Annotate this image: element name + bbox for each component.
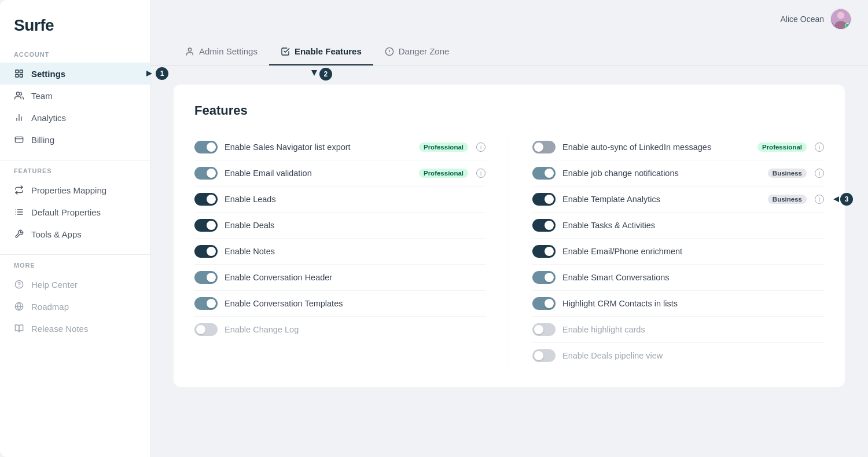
enable-features-icon	[281, 47, 290, 56]
toggle-highlight-crm[interactable]	[532, 297, 556, 310]
toggle-auto-sync[interactable]	[532, 141, 556, 153]
feature-label-notes: Enable Notes	[225, 247, 486, 256]
sidebar-item-analytics[interactable]: Analytics	[0, 107, 150, 129]
features-title: Features	[194, 103, 824, 118]
sidebar-item-label-settings: Settings	[31, 69, 65, 79]
feature-row-sales-navigator: Enable Sales Navigator list export Profe…	[194, 134, 486, 160]
info-icon-sales-navigator[interactable]: i	[476, 142, 486, 152]
app-logo: Surfe	[0, 16, 150, 51]
info-icon-job-change[interactable]: i	[815, 169, 824, 178]
tab-enable-features[interactable]: Enable Features 2	[269, 38, 373, 65]
tabs-bar: Admin Settings Enable Features 2	[150, 38, 868, 66]
features-grid: Enable Sales Navigator list export Profe…	[194, 134, 824, 368]
account-section: ACCOUNT Settings 1	[0, 51, 150, 151]
feature-label-change-log: Enable Change Log	[225, 325, 486, 334]
badge-professional-email-validation: Professional	[419, 169, 468, 178]
feature-label-job-change: Enable job change notifications	[562, 169, 759, 178]
toggle-job-change[interactable]	[532, 167, 556, 180]
sidebar-item-roadmap[interactable]: Roadmap	[0, 295, 150, 317]
svg-rect-1	[20, 70, 23, 73]
more-section: MORE Help Center Roadmap	[0, 262, 150, 339]
sidebar-item-billing[interactable]: Billing	[0, 129, 150, 151]
user-info[interactable]: Alice Ocean	[781, 8, 852, 30]
feature-label-leads: Enable Leads	[225, 195, 486, 204]
info-icon-email-validation[interactable]: i	[476, 169, 486, 178]
toggle-highlight-cards[interactable]	[532, 323, 556, 336]
feature-row-deals-pipeline: Enable Deals pipeline view	[532, 343, 824, 368]
toggle-notes[interactable]	[194, 245, 218, 258]
account-label: ACCOUNT	[0, 51, 150, 63]
sidebar-item-release-notes[interactable]: Release Notes	[0, 317, 150, 339]
svg-point-5	[16, 92, 19, 95]
feature-label-template-analytics: Enable Template Analytics	[562, 195, 759, 204]
svg-point-24	[188, 48, 191, 51]
info-icon-template-analytics[interactable]: i	[815, 195, 824, 204]
feature-label-enrichment: Enable Email/Phone enrichment	[562, 247, 824, 256]
sidebar-item-properties-mapping[interactable]: Properties Mapping	[0, 179, 150, 201]
toggle-deals-pipeline[interactable]	[532, 349, 556, 362]
tab-enable-features-label: Enable Features	[295, 46, 362, 56]
sidebar-item-label-help: Help Center	[31, 280, 78, 290]
toggle-smart-conversations[interactable]	[532, 271, 556, 284]
sidebar-item-tools-apps[interactable]: Tools & Apps	[0, 223, 150, 245]
svg-point-22	[837, 12, 845, 19]
sidebar-item-settings[interactable]: Settings 1	[0, 63, 150, 85]
svg-marker-25	[311, 70, 317, 76]
feature-row-deals: Enable Deals	[194, 213, 486, 239]
feature-label-sales-navigator: Enable Sales Navigator list export	[225, 142, 410, 152]
toggle-tasks[interactable]	[532, 219, 556, 232]
toggle-template-analytics[interactable]	[532, 193, 556, 206]
content-area: Features Enable Sales Navigator list exp…	[150, 66, 868, 457]
user-name: Alice Ocean	[781, 14, 824, 24]
feature-label-conversation-templates: Enable Conversation Templates	[225, 299, 486, 308]
step2-indicator: 2	[310, 68, 332, 81]
sidebar-item-label-team: Team	[31, 91, 53, 101]
feature-row-leads: Enable Leads	[194, 187, 486, 213]
toggle-leads[interactable]	[194, 193, 218, 206]
sidebar-item-team[interactable]: Team	[0, 85, 150, 107]
tab-danger-zone[interactable]: Danger Zone	[373, 38, 461, 65]
tab-admin-settings[interactable]: Admin Settings	[174, 38, 269, 65]
billing-icon	[14, 134, 24, 145]
main-content: Alice Ocean	[150, 0, 868, 457]
tab-danger-zone-label: Danger Zone	[399, 46, 450, 56]
features-card: Features Enable Sales Navigator list exp…	[174, 85, 845, 387]
sidebar-item-label-properties: Properties Mapping	[31, 185, 106, 195]
toggle-conversation-templates[interactable]	[194, 297, 218, 310]
svg-rect-2	[20, 74, 23, 77]
toggle-deals[interactable]	[194, 219, 218, 232]
arrow-icon-1	[146, 70, 155, 78]
toggle-enrichment[interactable]	[532, 245, 556, 258]
svg-marker-29	[833, 196, 839, 202]
default-properties-icon	[14, 207, 24, 217]
avatar	[830, 8, 852, 30]
tools-apps-icon	[14, 229, 24, 239]
help-center-icon	[14, 279, 24, 290]
team-icon	[14, 90, 24, 101]
toggle-email-validation[interactable]	[194, 167, 218, 180]
toggle-change-log[interactable]	[194, 323, 218, 336]
feature-row-change-log: Enable Change Log	[194, 317, 486, 342]
sidebar-divider-2	[0, 254, 150, 255]
step3-indicator: 3	[831, 193, 853, 206]
svg-rect-9	[15, 137, 23, 142]
sidebar-item-default-properties[interactable]: Default Properties	[0, 201, 150, 223]
step1-badge: 1	[156, 67, 168, 80]
analytics-icon	[14, 112, 24, 123]
toggle-sales-navigator[interactable]	[194, 141, 218, 153]
svg-marker-4	[146, 71, 152, 76]
step1-indicator: 1	[146, 67, 168, 80]
info-icon-auto-sync[interactable]: i	[815, 142, 824, 152]
settings-icon	[14, 68, 24, 79]
feature-row-tasks: Enable Tasks & Activities	[532, 213, 824, 239]
toggle-conversation-header[interactable]	[194, 271, 218, 284]
svg-rect-3	[16, 74, 19, 77]
feature-row-conversation-header: Enable Conversation Header	[194, 265, 486, 291]
sidebar-item-label-release: Release Notes	[31, 324, 88, 334]
sidebar-item-help-center[interactable]: Help Center	[0, 273, 150, 295]
sidebar-item-label-default-props: Default Properties	[31, 207, 101, 217]
badge-professional-auto-sync: Professional	[757, 142, 807, 152]
header: Alice Ocean	[150, 0, 868, 38]
feature-label-highlight-cards: Enable highlight cards	[562, 325, 824, 334]
feature-label-deals-pipeline: Enable Deals pipeline view	[562, 351, 824, 360]
